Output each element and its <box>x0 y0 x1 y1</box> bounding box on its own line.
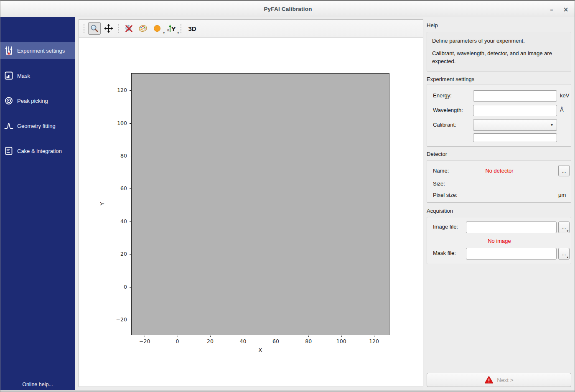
mask-icon <box>4 71 13 80</box>
mask-file-input[interactable] <box>466 248 557 260</box>
x-tick-mark <box>276 336 276 337</box>
next-button[interactable]: Next > <box>427 373 571 387</box>
sidebar: Experiment settings Mask Peak picking Ge… <box>0 17 75 390</box>
titlebar: PyFAI Calibration – × <box>0 0 575 17</box>
x-tick-label: 80 <box>298 338 319 345</box>
pan-mode-button[interactable] <box>102 22 115 35</box>
marker-color-button[interactable]: ▾ <box>151 22 163 35</box>
y-tick-label: −20 <box>109 316 127 323</box>
energy-label: Energy: <box>433 92 452 99</box>
acquisition-heading: Acquisition <box>427 208 453 214</box>
y-tick-mark <box>130 156 131 156</box>
sidebar-item-label: Mask <box>17 73 30 79</box>
sidebar-item-mask[interactable]: Mask <box>0 67 75 84</box>
y-tick-mark <box>130 254 131 255</box>
experiment-settings-heading: Experiment settings <box>427 76 474 82</box>
x-tick-mark <box>341 336 342 337</box>
y-tick-mark <box>130 320 131 320</box>
close-button[interactable]: × <box>560 5 571 15</box>
image-status: No image <box>427 238 572 244</box>
chevron-down-icon: ▾ <box>567 256 568 259</box>
y-tick-mark <box>130 221 131 222</box>
colormap-button[interactable] <box>137 22 149 35</box>
view-3d-button[interactable]: 3D <box>185 22 199 35</box>
y-tick-label: 120 <box>109 87 127 94</box>
settings-panel: Help Define parameters of your experimen… <box>423 17 575 390</box>
magnifier-icon <box>90 24 99 33</box>
calibrant-label: Calibrant: <box>433 122 456 128</box>
y-axis-label: Y <box>99 202 105 206</box>
pixel-size-unit: μm <box>558 192 566 198</box>
orange-circle-icon <box>153 24 162 33</box>
peak-curve-icon <box>4 121 13 130</box>
toolbar-grip <box>84 24 85 33</box>
chevron-down-icon: ▾ <box>551 122 553 127</box>
image-file-input[interactable] <box>466 221 557 233</box>
calibrant-select[interactable]: ▾ <box>473 119 557 131</box>
sidebar-item-geometry-fitting[interactable]: Geometry fitting <box>0 117 75 134</box>
y-tick-label: 60 <box>109 185 127 192</box>
x-tick-label: −20 <box>134 338 155 345</box>
experiment-settings-box: Energy: keV Wavelength: Å Calibrant: ▾ <box>427 84 571 147</box>
plot-toolbar: ▾ 0 Y▾3D <box>79 20 423 38</box>
energy-unit: keV <box>560 92 569 99</box>
y-tick-mark <box>130 287 131 288</box>
sidebar-item-label: Experiment settings <box>17 48 65 54</box>
y-tick-label: 80 <box>109 153 127 159</box>
sidebar-item-experiment-settings[interactable]: Experiment settings <box>0 42 75 59</box>
next-button-label: Next > <box>497 377 513 383</box>
wavelength-unit: Å <box>560 107 564 113</box>
y-tick-mark <box>130 90 131 91</box>
crosshair-disabled-icon <box>124 24 133 33</box>
x-tick-label: 20 <box>200 338 221 345</box>
y-tick-mark <box>130 188 131 189</box>
sliders-warning-icon <box>4 46 13 55</box>
mask-file-label: Mask file: <box>433 250 456 256</box>
x-tick-label: 0 <box>167 338 188 345</box>
image-file-label: Image file: <box>433 224 458 230</box>
image-file-browse-button[interactable]: ...▾ <box>558 221 570 233</box>
y-tick-label: 0 <box>109 284 127 290</box>
sidebar-item-label: Geometry fitting <box>17 123 56 129</box>
x-tick-mark <box>145 336 145 337</box>
target-icon <box>4 96 13 105</box>
y-axis-orientation-button[interactable]: 0 Y▾ <box>165 22 178 35</box>
help-paragraph-1: Define parameters of your experiment. <box>432 37 566 45</box>
sidebar-item-label: Peak picking <box>17 98 48 104</box>
plot-panel: ▾ 0 Y▾3D X Y −20020406080100120−20020406… <box>79 19 423 387</box>
y-axis-icon: 0 Y <box>167 24 176 33</box>
plot-canvas[interactable] <box>131 73 389 335</box>
x-tick-label: 60 <box>265 338 286 345</box>
pan-arrows-icon <box>104 24 113 33</box>
cake-list-icon <box>4 146 13 155</box>
mask-file-browse-button[interactable]: ...▾ <box>558 248 570 260</box>
detector-size-label: Size: <box>433 181 445 187</box>
x-tick-mark <box>210 336 211 337</box>
detector-browse-button[interactable]: ... <box>558 165 570 176</box>
y-tick-label: 100 <box>109 120 127 127</box>
x-tick-mark <box>178 336 178 337</box>
detector-name-value: No detector <box>427 168 572 174</box>
sidebar-item-cake-integration[interactable]: Cake & integration <box>0 143 75 159</box>
sidebar-item-peak-picking[interactable]: Peak picking <box>0 92 75 109</box>
svg-text:Y: Y <box>171 26 176 32</box>
chevron-down-icon: ▾ <box>567 229 568 233</box>
x-axis-label: X <box>131 347 389 353</box>
x-tick-mark <box>243 336 243 337</box>
energy-input[interactable] <box>473 90 557 102</box>
detector-box: Name: No detector ... Size: Pixel size: … <box>427 160 571 203</box>
pixel-size-label: Pixel size: <box>433 192 458 198</box>
calibrant-file-input[interactable] <box>473 133 557 142</box>
toolbar-grip <box>181 24 182 33</box>
acquisition-box: Image file: ...▾ No image Mask file: ...… <box>427 217 571 264</box>
sidebar-item-label: Cake & integration <box>17 148 62 154</box>
zoom-mode-button[interactable] <box>88 22 101 35</box>
online-help-link[interactable]: Online help... <box>0 382 75 387</box>
x-tick-mark <box>308 336 309 337</box>
wavelength-input[interactable] <box>473 105 557 116</box>
x-tick-label: 120 <box>364 338 384 345</box>
wavelength-label: Wavelength: <box>433 107 463 113</box>
minimize-button[interactable]: – <box>546 5 557 15</box>
y-tick-mark <box>130 123 131 124</box>
crosshair-button[interactable] <box>122 22 135 35</box>
